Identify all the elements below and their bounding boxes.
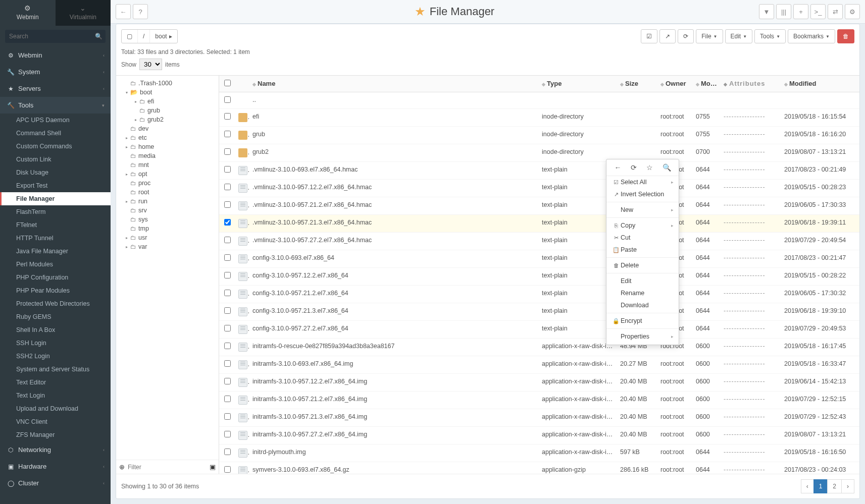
row-checkbox[interactable] [224, 96, 231, 103]
terminal-button[interactable]: >_ [810, 4, 826, 19]
ctx-download[interactable]: Download [606, 299, 679, 311]
tree-node-tmp[interactable]: 🗀tmp [116, 224, 219, 233]
ctx-back-icon[interactable]: ← [614, 163, 621, 172]
table-row[interactable]: .vmlinuz-3.10.0-957.21.2.el7.x86_64.hmac… [219, 197, 859, 215]
expand-icon[interactable]: ▸ [123, 145, 130, 149]
expand-icon[interactable]: ▸ [123, 172, 130, 177]
sidebar-item-ruby-gems[interactable]: Ruby GEMS [0, 310, 111, 323]
tree-node-grub[interactable]: 🗀grub [116, 106, 219, 115]
table-row[interactable]: initramfs-0-rescue-0e827f859a394ad3b8a3e… [219, 339, 859, 356]
tree-node-dev[interactable]: 🗀dev [116, 124, 219, 133]
sidebar-item-php-pear-modules[interactable]: PHP Pear Modules [0, 284, 111, 297]
sidebar-item-text-login[interactable]: Text Login [0, 389, 111, 402]
row-checkbox[interactable] [224, 307, 231, 314]
delete-button[interactable]: 🗑 [837, 29, 854, 43]
expand-icon[interactable]: ▸ [123, 199, 130, 204]
sidebar-item-export-test[interactable]: Export Test [0, 179, 111, 192]
ctx-search-icon[interactable]: 🔍 [663, 163, 671, 172]
row-checkbox[interactable] [224, 325, 231, 331]
ctx-new[interactable]: New▸ [606, 204, 679, 216]
sidebar-section-webmin[interactable]: ⚙Webmin‹ [0, 47, 111, 64]
tree-node-proc[interactable]: 🗀proc [116, 179, 219, 188]
sidebar-item-disk-usage[interactable]: Disk Usage [0, 166, 111, 179]
col-owner[interactable]: ◆Owner [657, 76, 693, 92]
table-row[interactable]: initramfs-3.10.0-957.27.2.el7.x86_64.img… [219, 427, 859, 444]
sidebar-item-java-file-manager[interactable]: Java File Manager [0, 245, 111, 258]
tree-node-boot[interactable]: ▾📂boot [116, 88, 219, 97]
ctx-select-all[interactable]: ☑Select All▸ [606, 176, 679, 188]
col-check[interactable] [219, 76, 235, 92]
row-checkbox[interactable] [224, 413, 231, 420]
tree-node-efi[interactable]: ▸🗀efi [116, 97, 219, 106]
sidebar-item-http-tunnel[interactable]: HTTP Tunnel [0, 232, 111, 245]
sidebar-item-flashterm[interactable]: FlashTerm [0, 205, 111, 218]
ctx-cut[interactable]: ✂Cut [606, 232, 679, 244]
table-row[interactable]: initramfs-3.10.0-693.el7.x86_64.img appl… [219, 356, 859, 374]
link-button[interactable]: ⇄ [828, 4, 843, 19]
table-row[interactable]: config-3.10.0-957.21.2.el7.x86_64 text-p… [219, 286, 859, 303]
sidebar-section-tools[interactable]: 🔨Tools▾ [0, 97, 111, 114]
row-checkbox[interactable] [224, 201, 231, 208]
menu-file[interactable]: File ▼ [696, 29, 723, 43]
table-row[interactable]: .vmlinuz-3.10.0-693.el7.x86_64.hmac text… [219, 162, 859, 180]
help-button[interactable]: ? [133, 4, 148, 19]
sidebar-item-file-manager[interactable]: File Manager [0, 192, 111, 205]
table-row[interactable]: efi inode-directory root:root 0755 -----… [219, 109, 859, 127]
select-all-checkbox[interactable] [224, 80, 231, 86]
sidebar-item-ftelnet[interactable]: FTelnet [0, 218, 111, 232]
pager-2[interactable]: 2 [827, 479, 842, 493]
parent-row[interactable]: .. [219, 92, 859, 109]
table-row[interactable]: initramfs-3.10.0-957.21.3.el7.x86_64.img… [219, 409, 859, 427]
sidebar-item-custom-commands[interactable]: Custom Commands [0, 140, 111, 153]
pager-1[interactable]: 1 [813, 479, 828, 493]
sidebar-item-command-shell[interactable]: Command Shell [0, 127, 111, 140]
row-checkbox[interactable] [224, 166, 231, 173]
share-button[interactable]: ↗ [659, 29, 676, 43]
breadcrumb-home[interactable]: ▢ [122, 30, 138, 43]
pager-next[interactable]: › [841, 479, 854, 493]
table-row[interactable]: grub inode-directory root:root 0755 ----… [219, 127, 859, 144]
tree-node-root[interactable]: 🗀root [116, 188, 219, 197]
table-row[interactable]: .vmlinuz-3.10.0-957.21.3.el7.x86_64.hmac… [219, 215, 859, 233]
table-row[interactable]: symvers-3.10.0-693.el7.x86_64.gz applica… [219, 462, 859, 474]
row-checkbox[interactable] [224, 431, 231, 437]
ctx-edit[interactable]: Edit [606, 275, 679, 287]
sidebar-item-custom-link[interactable]: Custom Link [0, 153, 111, 166]
row-checkbox[interactable] [224, 237, 231, 243]
tree-node-.Trash-1000[interactable]: 🗀.Trash-1000 [116, 79, 219, 88]
table-row[interactable]: initrd-plymouth.img application-x-raw-di… [219, 444, 859, 462]
row-checkbox[interactable] [224, 254, 231, 261]
row-checkbox[interactable] [224, 449, 231, 455]
sidebar-item-shell-in-a-box[interactable]: Shell In A Box [0, 323, 111, 337]
sidebar-item-protected-web-directories[interactable]: Protected Web Directories [0, 297, 111, 310]
row-checkbox[interactable] [224, 113, 231, 120]
tree-node-media[interactable]: 🗀media [116, 151, 219, 160]
settings-button[interactable]: ⚙ [845, 4, 860, 19]
ctx-invert[interactable]: ↗Invert Selection [606, 188, 679, 200]
sidebar-item-ssh-login[interactable]: SSH Login [0, 337, 111, 350]
sidebar-item-upload-and-download[interactable]: Upload and Download [0, 402, 111, 415]
table-row[interactable]: .vmlinuz-3.10.0-957.12.2.el7.x86_64.hmac… [219, 180, 859, 197]
tree-node-grub2[interactable]: ▸🗀grub2 [116, 115, 219, 124]
sidebar-item-text-editor[interactable]: Text Editor [0, 376, 111, 389]
table-row[interactable]: grub2 inode-directory root:root 0700 ---… [219, 144, 859, 162]
sidebar-section-servers[interactable]: ★Servers‹ [0, 80, 111, 97]
table-row[interactable]: initramfs-3.10.0-957.12.2.el7.x86_64.img… [219, 374, 859, 391]
sidebar-item-php-configuration[interactable]: PHP Configuration [0, 271, 111, 284]
row-checkbox[interactable] [224, 360, 231, 367]
expand-icon[interactable]: ▾ [123, 90, 130, 95]
sidebar-section-system[interactable]: 🔧System‹ [0, 64, 111, 80]
ctx-refresh-icon[interactable]: ⟳ [631, 163, 637, 172]
table-row[interactable]: config-3.10.0-957.21.3.el7.x86_64 text-p… [219, 303, 859, 321]
row-checkbox[interactable] [224, 396, 231, 402]
tree-node-home[interactable]: ▸🗀home [116, 142, 219, 151]
menu-bookmarks[interactable]: Bookmarks ▼ [788, 29, 835, 43]
ctx-encrypt[interactable]: 🔒Encrypt [606, 315, 679, 327]
sidebar-item-zfs-manager[interactable]: ZFS Manager [0, 428, 111, 441]
expand-icon[interactable]: ▸ [123, 245, 130, 249]
ctx-paste[interactable]: 📋Paste [606, 244, 679, 256]
table-row[interactable]: config-3.10.0-693.el7.x86_64 text-plain … [219, 250, 859, 268]
sidebar-item-vnc-client[interactable]: VNC Client [0, 415, 111, 428]
tree-node-usr[interactable]: ▸🗀usr [116, 233, 219, 242]
table-row[interactable]: .vmlinuz-3.10.0-957.27.2.el7.x86_64.hmac… [219, 233, 859, 250]
